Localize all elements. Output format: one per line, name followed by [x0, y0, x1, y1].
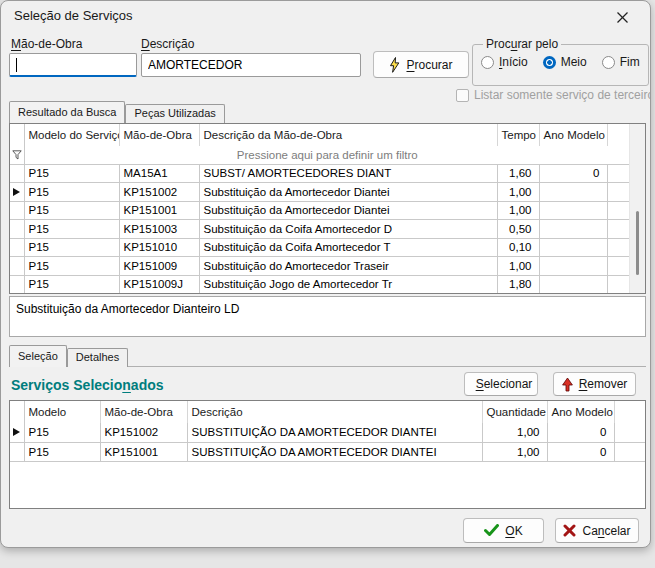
- radio-checked-icon: [543, 56, 556, 69]
- cancelar-label: Cancelar: [582, 524, 630, 538]
- table-row[interactable]: P15 KP151010 Substituição da Coifa Amort…: [10, 238, 630, 257]
- radio-unchecked-icon: [602, 56, 615, 69]
- tab-pecas-utilizadas[interactable]: Peças Utilizadas: [125, 104, 224, 123]
- radio-meio-label: Meio: [561, 55, 587, 69]
- tab-detalhes[interactable]: Detalhes: [67, 348, 128, 367]
- procurar-button[interactable]: Procurar: [373, 51, 469, 78]
- radio-meio[interactable]: Meio: [543, 55, 587, 69]
- listar-terceiros-label: Listar somente serviço de terceiros: [474, 88, 651, 102]
- scrollbar-thumb[interactable]: [636, 211, 639, 275]
- column-header[interactable]: Mão-de-Obra: [119, 124, 199, 146]
- arrow-up-icon: [562, 377, 573, 392]
- selected-services-grid: Modelo Mão-de-Obra Descrição Quantidade …: [9, 400, 646, 509]
- vertical-scrollbar[interactable]: [629, 124, 645, 293]
- results-tabbar: Resultado da Busca Peças Utilizadas: [9, 101, 225, 123]
- selecionar-label: Selecionar: [476, 377, 533, 391]
- radio-fim-label: Fim: [620, 55, 640, 69]
- ok-label: OK: [505, 524, 522, 538]
- window-title: Seleção de Serviços: [14, 8, 133, 23]
- radio-inicio[interactable]: Início: [481, 55, 528, 69]
- descricao-label: Descrição: [141, 37, 194, 51]
- descricao-input[interactable]: [141, 53, 361, 77]
- remover-button[interactable]: Remover: [553, 372, 636, 396]
- check-icon: [484, 524, 499, 537]
- table-row[interactable]: P15 KP151009 Substituição do Amortecedor…: [10, 257, 630, 276]
- results-header-row: Modelo do Serviço Mão-de-Obra Descrição …: [10, 124, 630, 146]
- mao-de-obra-input[interactable]: [9, 53, 137, 77]
- column-header[interactable]: Ano Modelo: [547, 401, 614, 423]
- cancelar-button[interactable]: Cancelar: [555, 518, 639, 543]
- x-icon: [563, 524, 576, 537]
- selecao-de-servicos-dialog: Seleção de Serviços Mão-de-Obra Descriçã…: [0, 0, 651, 548]
- close-icon: [616, 11, 629, 24]
- tab-resultado-da-busca[interactable]: Resultado da Busca: [9, 101, 125, 123]
- column-header[interactable]: Descrição: [187, 401, 482, 423]
- table-row[interactable]: P15 KP151001 Substituição da Amortecedor…: [10, 201, 630, 220]
- checkbox-icon: [456, 89, 469, 102]
- selection-tabbar: Seleção Detalhes: [9, 345, 128, 367]
- radio-unchecked-icon: [481, 56, 494, 69]
- selected-service-description: Substituição da Amortecedor Dianteiro LD: [16, 302, 239, 316]
- close-button[interactable]: [607, 5, 637, 29]
- column-header[interactable]: Modelo do Serviço: [24, 124, 119, 146]
- procurar-pelo-groupbox: Procurar pelo Início Meio Fim: [472, 37, 649, 86]
- table-row[interactable]: P15 KP151001 SUBSTITUIÇÃO DA AMORTECEDOR…: [10, 442, 645, 461]
- column-header[interactable]: Modelo: [24, 401, 100, 423]
- selected-service-description-box: Substituição da Amortecedor Dianteiro LD: [9, 296, 646, 337]
- column-header[interactable]: Descrição da Mão-de-Obra: [199, 124, 497, 146]
- selected-header-row: Modelo Mão-de-Obra Descrição Quantidade …: [10, 401, 645, 423]
- procurar-label: Procurar: [406, 58, 452, 72]
- title-bar: Seleção de Serviços: [1, 1, 650, 31]
- ok-button[interactable]: OK: [463, 518, 544, 543]
- filter-hint: Pressione aqui para definir um filtro: [24, 146, 630, 164]
- current-row-marker-icon: [13, 188, 20, 196]
- listar-terceiros-checkbox[interactable]: Listar somente serviço de terceiros: [456, 88, 651, 102]
- table-row[interactable]: P15 MA15A1 SUBST/ AMORTECEDORES DIANT 1,…: [10, 164, 630, 183]
- column-header[interactable]: Tempo: [497, 124, 539, 146]
- column-header[interactable]: Mão-de-Obra: [100, 401, 187, 423]
- filter-funnel-icon: [12, 150, 22, 160]
- table-row-current[interactable]: P15 KP151002 SUBSTITUIÇÃO DA AMORTECEDOR…: [10, 423, 645, 442]
- remover-label: Remover: [579, 377, 628, 391]
- current-row-marker-icon: [13, 428, 20, 436]
- text-caret: [16, 58, 17, 72]
- mao-de-obra-label: Mão-de-Obra: [11, 37, 82, 51]
- radio-fim[interactable]: Fim: [602, 55, 640, 69]
- column-header[interactable]: Quantidade: [482, 401, 547, 423]
- procurar-pelo-legend: Procurar pelo: [483, 37, 561, 51]
- selecionar-button[interactable]: Selecionar: [464, 372, 538, 396]
- results-grid: Modelo do Serviço Mão-de-Obra Descrição …: [9, 123, 646, 294]
- radio-inicio-label: Início: [499, 55, 528, 69]
- tab-selecao[interactable]: Seleção: [9, 345, 67, 367]
- filter-row[interactable]: Pressione aqui para definir um filtro: [10, 146, 630, 164]
- table-row[interactable]: P15 KP151009J Substituição Jogo de Amort…: [10, 275, 630, 294]
- column-header[interactable]: Ano Modelo: [539, 124, 607, 146]
- table-row-current[interactable]: P15 KP151002 Substituição da Amortecedor…: [10, 183, 630, 202]
- lightning-icon: [389, 57, 400, 73]
- servicos-selecionados-title: Serviços Selecionados: [11, 377, 164, 393]
- table-row[interactable]: P15 KP151003 Substituição da Coifa Amort…: [10, 220, 630, 239]
